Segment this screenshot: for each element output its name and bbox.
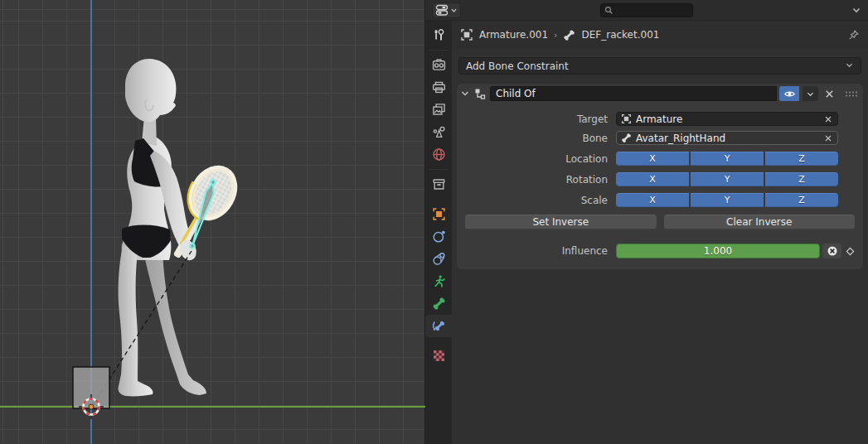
search-icon [604,6,613,15]
tool-icon [432,29,445,42]
header-menu-button[interactable] [851,5,861,15]
pin-icon [847,29,860,41]
location-z-toggle[interactable]: Z [765,152,838,166]
tab-world[interactable] [425,143,452,166]
influence-value: 1.000 [704,245,732,257]
scale-z-toggle[interactable]: Z [765,193,838,207]
bone-field[interactable]: Avatar_RightHand [616,131,838,145]
chevron-down-icon [450,7,458,14]
child-of-constraint-panel: Child Of [457,84,863,269]
keyframe-diamond-icon [846,247,855,256]
output-icon [432,80,446,94]
drag-grip-icon[interactable] [845,90,858,98]
circled-x-icon [827,245,838,257]
constraint-extras-dropdown[interactable] [803,86,818,101]
tab-collection[interactable] [425,173,452,195]
tab-object[interactable] [425,203,452,225]
collection-icon [432,177,446,191]
tab-view-layer[interactable] [425,99,452,121]
constraint-delete-button[interactable] [822,89,836,99]
search-box[interactable] [600,3,693,17]
location-y-toggle[interactable]: Y [691,152,764,166]
bone-icon [432,297,446,311]
breadcrumb-bone-name[interactable]: DEF_racket.001 [581,29,659,41]
tab-output[interactable] [425,76,452,99]
bone-label: Bone [463,133,616,144]
chevron-down-icon [806,89,815,99]
object-icon [432,207,446,221]
bone-row: Bone Avatar_RightHand [463,131,838,145]
bone-constraint-content: Add Bone Constraint [452,49,868,444]
tab-bone[interactable] [425,292,452,315]
target-row: Target Armature [463,112,838,126]
tab-armature-data[interactable] [425,270,452,292]
bone-icon [563,29,575,41]
location-label: Location [463,153,616,165]
tab-texture[interactable] [425,345,452,367]
bone-constraints-icon [432,319,446,333]
inverse-buttons-row: Set Inverse Clear Inverse [465,215,855,229]
set-inverse-button[interactable]: Set Inverse [465,215,657,229]
physics-icon [432,229,446,244]
target-label: Target [463,113,616,125]
target-value: Armature [636,113,682,125]
tab-physics[interactable] [425,225,452,248]
clear-animation-button[interactable] [822,244,841,258]
location-x-toggle[interactable]: X [616,152,689,166]
scale-y-toggle[interactable]: Y [691,193,764,207]
render-icon [432,58,446,72]
constraint-name-field[interactable]: Child Of [490,86,777,101]
scale-row: Scale X Y Z [463,193,838,207]
breadcrumb: Armature.001 › DEF_racket.001 [452,21,868,49]
tab-gap [425,337,452,345]
rotation-row: Rotation X Y Z [463,172,838,186]
object-data-icon [460,28,473,41]
blender-window: Armature.001 › DEF_racket.001 [0,0,868,444]
object-data-icon [621,113,632,124]
clear-target-button[interactable] [823,114,833,124]
tab-bone-constraints[interactable] [425,315,452,337]
texture-icon [432,349,446,363]
rotation-z-toggle[interactable]: Z [765,172,838,186]
search-input[interactable] [616,5,689,16]
view-layer-icon [432,103,446,117]
chevron-down-icon [845,60,854,70]
box-object[interactable] [73,367,109,408]
tab-divider [429,169,448,170]
location-row: Location X Y Z [463,152,838,166]
chevron-down-icon [851,5,861,15]
editor-type-button[interactable] [432,2,461,18]
child-of-constraint-icon [473,87,487,100]
scale-x-toggle[interactable]: X [616,193,689,207]
clear-inverse-button[interactable]: Clear Inverse [664,215,856,229]
object-constraints-icon [432,252,446,266]
breadcrumb-object-name[interactable]: Armature.001 [479,29,548,41]
properties-editor: Armature.001 › DEF_racket.001 [425,0,868,444]
pin-button[interactable] [847,29,860,41]
influence-label: Influence [463,245,616,257]
properties-main: Armature.001 › DEF_racket.001 [452,21,868,444]
add-bone-constraint-button[interactable]: Add Bone Constraint [458,57,861,75]
rotation-label: Rotation [463,174,616,186]
tab-divider [429,50,448,51]
tab-scene[interactable] [425,121,452,143]
bone-icon [621,133,632,143]
collapse-chevron-icon[interactable] [460,89,470,99]
keyframe-decorator[interactable] [841,247,858,256]
constraint-name: Child Of [496,88,536,99]
influence-slider[interactable]: 1.000 [616,244,820,258]
tab-object-constraints[interactable] [425,248,452,270]
viewport-scene [0,0,425,444]
constraint-visibility-toggle[interactable] [779,86,799,101]
properties-editor-icon [435,3,449,17]
tab-tool[interactable] [425,24,452,46]
target-field[interactable]: Armature [616,112,838,126]
bone-value: Avatar_RightHand [636,133,725,144]
tab-render[interactable] [425,54,452,76]
rotation-x-toggle[interactable]: X [616,172,689,186]
rotation-y-toggle[interactable]: Y [691,172,764,186]
world-icon [432,147,446,162]
clear-bone-button[interactable] [823,133,833,143]
add-bone-constraint-label: Add Bone Constraint [466,60,569,72]
viewport-3d[interactable] [0,0,425,444]
